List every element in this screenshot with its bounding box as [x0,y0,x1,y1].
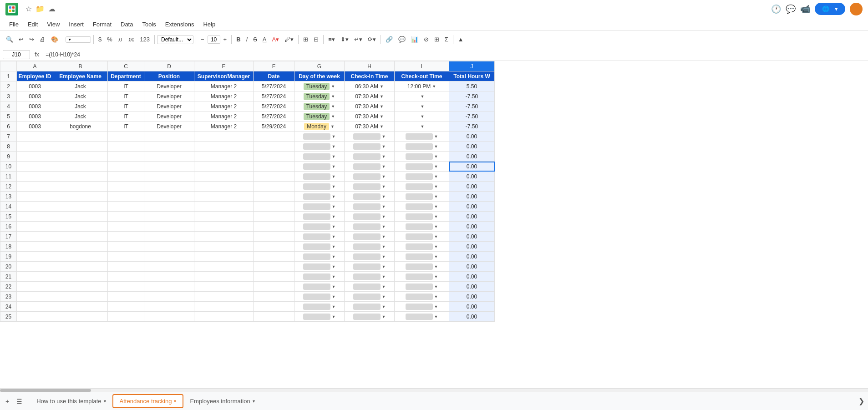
cell-c21[interactable] [108,272,144,282]
star-icon[interactable]: ☆ [25,5,32,13]
cell-a17[interactable] [17,232,53,242]
cell-a7[interactable] [17,132,53,142]
cell-i3[interactable]: ▼ [395,91,449,101]
cell-c11[interactable] [108,172,144,182]
cell-j22[interactable]: 0.00 [449,282,495,292]
col-header-b[interactable]: B [53,61,108,71]
cell-e20[interactable] [194,262,254,272]
row-header-15[interactable]: 15 [0,212,17,222]
cell-c16[interactable] [108,222,144,232]
cell-h5[interactable]: 07:30 AM▼ [345,111,395,121]
cell-a20[interactable] [17,262,53,272]
col-header-a[interactable]: A [17,61,53,71]
cell-b16[interactable] [53,222,108,232]
align-vertical-button[interactable]: ⇕▾ [338,35,351,44]
cell-j23[interactable]: 0.00 [449,292,495,302]
cell-j13[interactable]: 0.00 [449,192,495,202]
comments-icon[interactable]: 💬 [786,4,796,14]
cell-d19[interactable] [144,252,194,262]
borders-button[interactable]: ⊞ [301,35,310,44]
cell-e19[interactable] [194,252,254,262]
cell-j10[interactable]: 0.00 [449,162,495,172]
cell-c24[interactable] [108,302,144,312]
cell-d22[interactable] [144,282,194,292]
cell-g15[interactable]: ▼ [294,212,345,222]
text-rotation-button[interactable]: ⟳▾ [365,35,378,44]
cell-f2[interactable]: 5/27/2024 [254,81,294,91]
cell-f24[interactable] [254,302,294,312]
cell-j16[interactable]: 0.00 [449,222,495,232]
cell-j8[interactable]: 0.00 [449,142,495,152]
menu-tools[interactable]: Tools [138,20,159,29]
cell-a16[interactable] [17,222,53,232]
cell-c15[interactable] [108,212,144,222]
menu-help[interactable]: Help [199,20,219,29]
cell-c2[interactable]: IT [108,81,144,91]
cell-f12[interactable] [254,182,294,192]
cell-b23[interactable] [53,292,108,302]
cell-d10[interactable] [144,162,194,172]
sum-button[interactable]: Σ [442,35,451,44]
sheet-scroll[interactable]: A B C D E F G H I J 1 Employee ID Employ… [0,61,868,388]
cell-e9[interactable] [194,152,254,162]
cell-a25[interactable] [17,312,53,322]
cell-a22[interactable] [17,282,53,292]
cell-g25[interactable]: ▼ [294,312,345,322]
cell-h17[interactable]: ▼ [345,232,395,242]
cell-e15[interactable] [194,212,254,222]
cell-b18[interactable] [53,242,108,252]
cell-b21[interactable] [53,272,108,282]
cell-j20[interactable]: 0.00 [449,262,495,272]
cell-a2[interactable]: 0003 [17,81,53,91]
cell-h12[interactable]: ▼ [345,182,395,192]
menu-edit[interactable]: Edit [24,20,41,29]
row-header-23[interactable]: 23 [0,292,17,302]
align-horizontal-button[interactable]: ≡▾ [326,35,337,44]
insert-chart-button[interactable]: 📊 [409,35,421,44]
cell-e16[interactable] [194,222,254,232]
cell-c22[interactable] [108,282,144,292]
row-header-19[interactable]: 19 [0,252,17,262]
cell-b11[interactable] [53,172,108,182]
cell-c3[interactable]: IT [108,91,144,101]
collapse-toolbar-button[interactable]: ▲ [456,35,466,44]
font-family-select[interactable]: Default... [157,35,193,44]
cell-i24[interactable]: ▼ [395,302,449,312]
cell-b12[interactable] [53,182,108,192]
cell-h6[interactable]: 07:30 AM▼ [345,121,395,132]
row-header-7[interactable]: 7 [0,132,17,142]
cell-d9[interactable] [144,152,194,162]
cell-f4[interactable]: 5/27/2024 [254,101,294,111]
folder-icon[interactable]: 📁 [36,5,45,13]
cell-d16[interactable] [144,222,194,232]
col-header-e[interactable]: E [194,61,254,71]
cell-j19[interactable]: 0.00 [449,252,495,262]
cell-a12[interactable] [17,182,53,192]
cell-i22[interactable]: ▼ [395,282,449,292]
cell-g21[interactable]: ▼ [294,272,345,282]
cell-c12[interactable] [108,182,144,192]
cell-b6[interactable]: bogdone [53,121,108,132]
increase-font-button[interactable]: + [221,35,229,44]
cell-h20[interactable]: ▼ [345,262,395,272]
cell-h11[interactable]: ▼ [345,172,395,182]
cell-a6[interactable]: 0003 [17,121,53,132]
cell-b13[interactable] [53,192,108,202]
cell-i7[interactable]: ▼ [395,132,449,142]
cell-e12[interactable] [194,182,254,192]
cell-b20[interactable] [53,262,108,272]
cell-g4[interactable]: Tuesday▼ [294,101,345,111]
cell-d21[interactable] [144,272,194,282]
share-button[interactable]: 🌐 ▾ [815,3,845,15]
cell-a3[interactable]: 0003 [17,91,53,101]
cell-f21[interactable] [254,272,294,282]
cell-i20[interactable]: ▼ [395,262,449,272]
cell-f3[interactable]: 5/27/2024 [254,91,294,101]
cell-a18[interactable] [17,242,53,252]
cell-d6[interactable]: Developer [144,121,194,132]
cell-e14[interactable] [194,202,254,212]
cell-d4[interactable]: Developer [144,101,194,111]
cell-e5[interactable]: Manager 2 [194,111,254,121]
cell-d17[interactable] [144,232,194,242]
cell-i5[interactable]: ▼ [395,111,449,121]
